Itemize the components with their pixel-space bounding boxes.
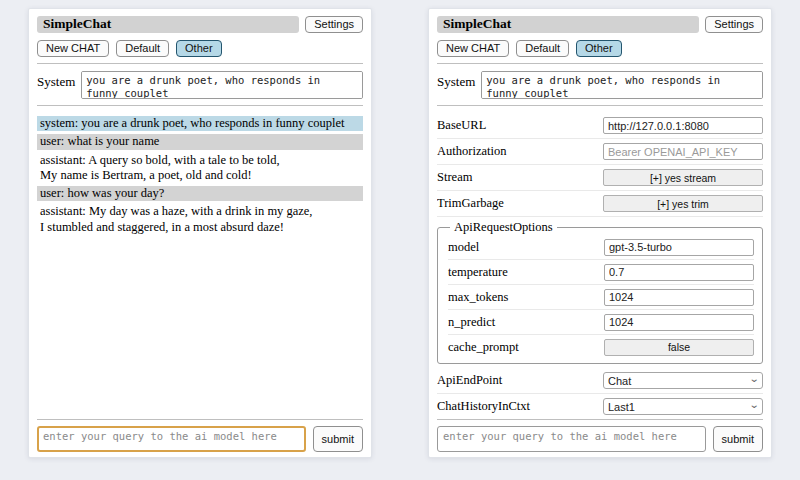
model-input[interactable] [604,239,754,256]
chathistoryinctxt-select[interactable]: Last1 ⌄ [603,398,763,415]
page-title: SimpleChat [437,16,699,33]
setting-label-cache-prompt: cache_prompt [448,340,519,355]
chat-message-assistant: assistant: A query so bold, with a tale … [37,153,363,184]
settings-button[interactable]: Settings [305,16,363,33]
api-request-options-group: ApiRequestOptions model temperature max_… [437,220,763,364]
setting-label-stream: Stream [437,170,472,185]
setting-label-trimgarbage: TrimGarbage [437,196,504,211]
n-predict-input[interactable] [604,314,754,331]
system-prompt-row: System you are a drunk poet, who respond… [437,71,763,99]
setting-row-model: model [448,235,754,260]
max-tokens-input[interactable] [604,289,754,306]
new-chat-button[interactable]: New CHAT [37,40,109,57]
chat-window: SimpleChat Settings New CHAT Default Oth… [28,8,372,458]
system-prompt-input[interactable]: you are a drunk poet, who responds in fu… [481,71,763,99]
selected-option: Last1 [608,401,635,413]
session-tabs: New CHAT Default Other [37,40,363,57]
session-tabs: New CHAT Default Other [437,40,763,57]
header: SimpleChat Settings [437,16,763,33]
session-tab-other[interactable]: Other [176,40,222,57]
page-title: SimpleChat [37,16,299,33]
setting-row-max-tokens: max_tokens [448,285,754,310]
new-chat-button[interactable]: New CHAT [437,40,509,57]
divider [37,105,363,106]
chat-message-system: system: you are a drunk poet, who respon… [37,116,363,131]
setting-label-max-tokens: max_tokens [448,290,508,305]
setting-row-cache-prompt: cache_prompt false [448,335,754,359]
session-tab-default[interactable]: Default [516,40,569,57]
system-prompt-row: System you are a drunk poet, who respond… [37,71,363,99]
submit-button[interactable]: submit [313,426,363,452]
setting-row-stream: Stream [+] yes stream [437,165,763,191]
trimgarbage-toggle-button[interactable]: [+] yes trim [603,195,763,212]
settings-button[interactable]: Settings [705,16,763,33]
apiendpoint-select[interactable]: Chat ⌄ [603,372,763,389]
submit-button[interactable]: submit [713,426,763,452]
system-label: System [37,71,75,90]
query-input[interactable] [37,426,306,452]
setting-row-trimgarbage: TrimGarbage [+] yes trim [437,191,763,217]
query-row: submit [437,419,763,452]
setting-label-temperature: temperature [448,265,508,280]
header: SimpleChat Settings [37,16,363,33]
session-tab-default[interactable]: Default [116,40,169,57]
setting-label-baseurl: BaseURL [437,118,486,133]
session-tab-other[interactable]: Other [576,40,622,57]
cache-prompt-toggle-button[interactable]: false [604,339,754,356]
settings-window: SimpleChat Settings New CHAT Default Oth… [428,8,772,458]
chat-message-user: user: how was your day? [37,186,363,201]
setting-label-model: model [448,240,479,255]
setting-row-n-predict: n_predict [448,310,754,335]
setting-row-authorization: Authorization [437,139,763,165]
setting-label-apiendpoint: ApiEndPoint [437,373,502,388]
setting-label-authorization: Authorization [437,144,506,159]
baseurl-input[interactable] [603,117,763,134]
chevron-down-icon: ⌄ [748,400,759,410]
chevron-down-icon: ⌄ [748,374,759,384]
selected-option: Chat [608,375,631,387]
setting-row-chathistoryinctxt: ChatHistoryInCtxt Last1 ⌄ [437,394,763,415]
divider [437,105,763,106]
divider [37,63,363,64]
divider [437,63,763,64]
settings-list: BaseURL Authorization Stream [+] yes str… [437,113,763,415]
stream-toggle-button[interactable]: [+] yes stream [603,169,763,186]
query-row: submit [37,419,363,452]
setting-row-apiendpoint: ApiEndPoint Chat ⌄ [437,368,763,394]
api-request-options-legend: ApiRequestOptions [450,220,557,235]
temperature-input[interactable] [604,264,754,281]
setting-label-chathistoryinctxt: ChatHistoryInCtxt [437,399,530,414]
authorization-input[interactable] [603,143,763,160]
query-input[interactable] [437,426,706,452]
chat-message-user: user: what is your name [37,134,363,149]
chat-message-assistant: assistant: My day was a haze, with a dri… [37,204,363,235]
system-prompt-input[interactable]: you are a drunk poet, who responds in fu… [81,71,363,99]
setting-row-temperature: temperature [448,260,754,285]
system-label: System [437,71,475,90]
chat-messages: system: you are a drunk poet, who respon… [37,113,363,415]
setting-label-n-predict: n_predict [448,315,495,330]
setting-row-baseurl: BaseURL [437,113,763,139]
